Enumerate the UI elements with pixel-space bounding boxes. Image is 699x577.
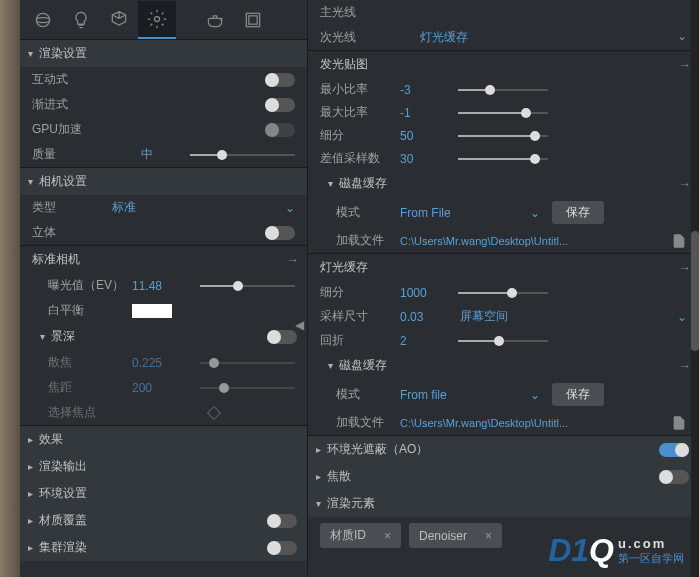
section-dof[interactable]: ▾ 景深 — [20, 323, 307, 350]
section-title: 相机设置 — [39, 173, 299, 190]
chevron-down-icon: ▾ — [28, 48, 33, 59]
section-render-output[interactable]: ▸ 渲染输出 — [20, 453, 307, 480]
chevron-down-icon: ⌄ — [530, 388, 540, 402]
arrow-right-icon: → — [287, 253, 299, 267]
tool-window[interactable] — [234, 1, 272, 39]
tool-sphere[interactable] — [24, 1, 62, 39]
file-path: C:\Users\Mr.wang\Desktop\Untitl... — [400, 417, 667, 429]
section-light-cache[interactable]: 灯光缓存 → — [308, 253, 699, 281]
chevron-right-icon: ▸ — [28, 515, 33, 526]
row-lc-subdiv: 细分 1000 — [308, 281, 699, 304]
svg-point-0 — [36, 13, 49, 26]
left-panel: ▾ 渲染设置 互动式 渐进式 GPU加速 质量 中 ▾ — [20, 0, 308, 577]
row-mode-2: 模式 From file ⌄ 保存 — [308, 379, 699, 410]
close-icon[interactable]: × — [384, 529, 391, 543]
slider-max-rate[interactable] — [458, 112, 548, 114]
toggle-ao[interactable] — [659, 443, 689, 457]
section-disk-cache-2[interactable]: ▾ 磁盘缓存 → — [308, 352, 699, 379]
section-std-camera[interactable]: 标准相机 → — [20, 246, 307, 273]
slider-diff-samples[interactable] — [458, 158, 548, 160]
file-icon[interactable] — [671, 415, 687, 431]
row-defocus: 散焦 0.225 — [20, 350, 307, 375]
dropdown-sample-space[interactable]: 屏幕空间 ⌄ — [460, 308, 687, 325]
toggle-gpu[interactable] — [265, 123, 295, 137]
row-mode: 模式 From File ⌄ 保存 — [308, 197, 699, 228]
panel-collapse-arrow[interactable]: ◀ — [295, 318, 304, 332]
slider-ev[interactable] — [200, 285, 295, 287]
slider-focal[interactable] — [200, 387, 295, 389]
section-camera[interactable]: ▾ 相机设置 — [20, 168, 307, 195]
slider-quality[interactable] — [190, 154, 295, 156]
toggle-mat-override[interactable] — [267, 514, 297, 528]
dropdown-camera-type[interactable]: 标准 ⌄ — [112, 199, 295, 216]
chevron-right-icon: ▸ — [316, 471, 321, 482]
toggle-dof[interactable] — [267, 330, 297, 344]
section-disk-cache[interactable]: ▾ 磁盘缓存 → — [308, 170, 699, 197]
slider-min-rate[interactable] — [458, 89, 548, 91]
svg-point-2 — [155, 16, 160, 21]
row-pick-focus: 选择焦点 — [20, 400, 307, 425]
section-env[interactable]: ▸ 环境设置 — [20, 480, 307, 507]
dropdown-mode[interactable]: From File ⌄ — [400, 206, 540, 220]
toggle-caustics[interactable] — [659, 470, 689, 484]
toggle-progressive[interactable] — [265, 98, 295, 112]
tag-denoiser[interactable]: Denoiser × — [409, 523, 502, 548]
tool-cube[interactable] — [100, 1, 138, 39]
row-ev: 曝光值（EV） 11.48 — [20, 273, 307, 298]
scrollbar[interactable] — [691, 0, 699, 577]
toggle-stereo[interactable] — [265, 226, 295, 240]
slider-defocus[interactable] — [200, 362, 295, 364]
section-mat-override[interactable]: ▸ 材质覆盖 — [20, 507, 307, 534]
row-diff-samples: 差值采样数 30 — [308, 147, 699, 170]
pick-focus-icon[interactable] — [206, 405, 220, 419]
row-gpu: GPU加速 — [20, 117, 307, 142]
chevron-right-icon: ▸ — [28, 434, 33, 445]
chevron-down-icon: ▾ — [328, 360, 333, 371]
tool-gear[interactable] — [138, 1, 176, 39]
slider-subdiv[interactable] — [458, 135, 548, 137]
toggle-swarm[interactable] — [267, 541, 297, 555]
chevron-down-icon: ⌄ — [285, 201, 295, 215]
row-retrace: 回折 2 — [308, 329, 699, 352]
arrow-right-icon: → — [679, 58, 691, 72]
white-balance-swatch[interactable] — [132, 304, 172, 318]
section-render-elements[interactable]: ▾ 渲染元素 — [308, 490, 699, 517]
save-button[interactable]: 保存 — [552, 201, 604, 224]
file-path: C:\Users\Mr.wang\Desktop\Untitl... — [400, 235, 667, 247]
section-effects[interactable]: ▸ 效果 — [20, 426, 307, 453]
section-ao[interactable]: ▸ 环境光遮蔽（AO） — [308, 435, 699, 463]
row-sample-size: 采样尺寸 0.03 屏幕空间 ⌄ — [308, 304, 699, 329]
row-progressive: 渐进式 — [20, 92, 307, 117]
tag-material-id[interactable]: 材质ID × — [320, 523, 401, 548]
arrow-right-icon: → — [679, 261, 691, 275]
row-subdiv: 细分 50 — [308, 124, 699, 147]
tool-teapot[interactable] — [196, 1, 234, 39]
chevron-down-icon: ▾ — [316, 498, 321, 509]
file-icon[interactable] — [671, 233, 687, 249]
section-title: 渲染设置 — [39, 45, 299, 62]
chevron-right-icon: ▸ — [316, 444, 321, 455]
row-max-rate: 最大比率 -1 — [308, 101, 699, 124]
dropdown-secondary[interactable]: 灯光缓存⌄ — [420, 29, 687, 46]
render-element-tags: 材质ID × Denoiser × — [308, 517, 699, 554]
slider-retrace[interactable] — [458, 340, 548, 342]
chevron-right-icon: ▸ — [28, 542, 33, 553]
slider-lc-subdiv[interactable] — [458, 292, 548, 294]
section-caustics[interactable]: ▸ 焦散 — [308, 463, 699, 490]
chevron-down-icon: ⌄ — [677, 310, 687, 324]
close-icon[interactable]: × — [485, 529, 492, 543]
section-render-settings[interactable]: ▾ 渲染设置 — [20, 40, 307, 67]
chevron-down-icon: ⌄ — [530, 206, 540, 220]
tool-bulb[interactable] — [62, 1, 100, 39]
dropdown-mode-2[interactable]: From file ⌄ — [400, 388, 540, 402]
chevron-down-icon: ⌄ — [677, 29, 687, 46]
toolbar — [20, 0, 307, 40]
row-stereo: 立体 — [20, 220, 307, 245]
section-emissive[interactable]: 发光贴图 → — [308, 50, 699, 78]
row-min-rate: 最小比率 -3 — [308, 78, 699, 101]
section-swarm[interactable]: ▸ 集群渲染 — [20, 534, 307, 561]
svg-rect-4 — [249, 15, 257, 23]
save-button-2[interactable]: 保存 — [552, 383, 604, 406]
toggle-interactive[interactable] — [265, 73, 295, 87]
chevron-down-icon: ▾ — [40, 331, 45, 342]
